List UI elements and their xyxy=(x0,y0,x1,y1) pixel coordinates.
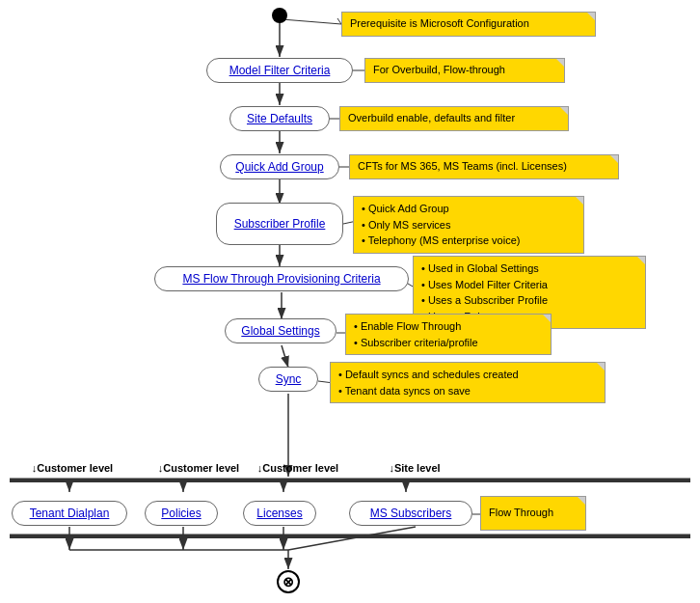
model-filter-node[interactable]: Model Filter Criteria xyxy=(206,58,353,83)
global-settings-node[interactable]: Global Settings xyxy=(225,318,337,343)
diagram: Model Filter Criteria Site Defaults Quic… xyxy=(0,0,700,603)
note-model-filter: For Overbuild, Flow-through xyxy=(364,58,565,83)
note-flow-through: Flow Through xyxy=(480,496,586,531)
lane-label-site: ↓Site level xyxy=(366,462,463,474)
lane-separator-top xyxy=(10,480,690,482)
licenses-node[interactable]: Licenses xyxy=(243,501,316,526)
note-site-defaults: Overbuild enable, defaults and filter xyxy=(339,106,569,131)
lane-separator-bottom xyxy=(10,535,690,538)
svg-line-27 xyxy=(288,527,416,550)
start-node xyxy=(272,8,287,23)
ms-flow-through-node[interactable]: MS Flow Through Provisioning Criteria xyxy=(154,266,409,291)
quick-add-group-node[interactable]: Quick Add Group xyxy=(220,154,339,179)
ms-subscribers-node[interactable]: MS Subscribers xyxy=(349,501,472,526)
end-node: ⊗ xyxy=(277,570,300,593)
note-subscriber-profile: • Quick Add Group• Only MS services• Tel… xyxy=(353,196,584,254)
policies-node[interactable]: Policies xyxy=(145,501,218,526)
svg-line-17 xyxy=(282,19,341,24)
subscriber-profile-node[interactable]: Subscriber Profile xyxy=(216,203,343,245)
note-sync: • Default syncs and schedules created• T… xyxy=(330,362,606,403)
note-global-settings: • Enable Flow Through• Subscriber criter… xyxy=(345,314,552,355)
lane-label-customer1: ↓Customer level xyxy=(10,462,135,474)
lane-label-customer2: ↓Customer level xyxy=(141,462,256,474)
tenant-dialplan-node[interactable]: Tenant Dialplan xyxy=(12,501,127,526)
site-defaults-node[interactable]: Site Defaults xyxy=(229,106,330,131)
lane-label-customer3: ↓Customer level xyxy=(240,462,356,474)
note-prereq: Prerequisite is Microsoft Configuration xyxy=(341,12,596,37)
sync-node[interactable]: Sync xyxy=(258,367,318,392)
svg-line-8 xyxy=(282,345,288,368)
note-quick-add-group: CFTs for MS 365, MS Teams (incl. License… xyxy=(349,154,619,179)
